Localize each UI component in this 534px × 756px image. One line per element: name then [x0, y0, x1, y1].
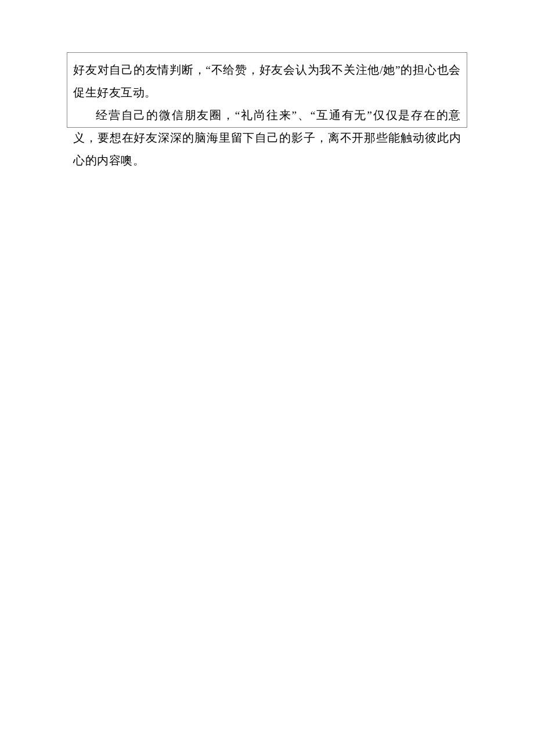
document-body: 好友对自己的友情判断，“不给赞，好友会认为我不关注他/她”的担心也会促生好友互动…: [73, 59, 461, 172]
document-frame: 好友对自己的友情判断，“不给赞，好友会认为我不关注他/她”的担心也会促生好友互动…: [67, 52, 467, 128]
paragraph-2: 经营自己的微信朋友圈，“礼尚往来”、“互通有无”仅仅是存在的意义，要想在好友深深…: [73, 104, 461, 172]
paragraph-1: 好友对自己的友情判断，“不给赞，好友会认为我不关注他/她”的担心也会促生好友互动…: [73, 59, 461, 104]
